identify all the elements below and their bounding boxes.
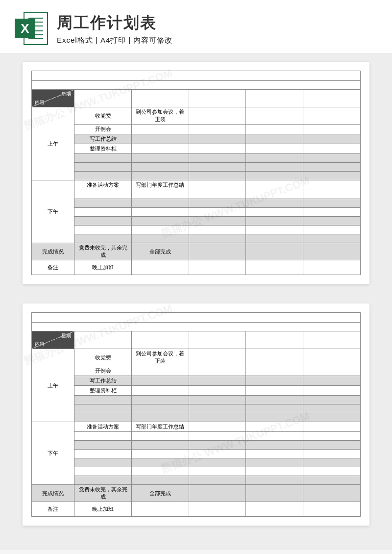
table-title: 周工作计划表 — [32, 71, 361, 81]
table-cell: 到公司参加会议，着正装 — [131, 349, 189, 366]
status-cell — [303, 485, 361, 502]
table-cell — [246, 450, 303, 458]
document-area: 熊猫办公 WWW.TUKUPPT.COM 熊猫办公 WWW.TUKUPPT.CO… — [0, 53, 392, 550]
table-cell — [189, 366, 246, 376]
table-cell: 开例会 — [74, 366, 132, 376]
table-cell — [131, 208, 189, 217]
table-cell — [303, 172, 361, 180]
table-cell — [189, 107, 246, 125]
table-cell: 写工作总结 — [74, 376, 132, 386]
table-cell — [303, 163, 361, 172]
table-cell — [246, 467, 303, 476]
table-cell — [303, 180, 361, 190]
status-cell: 党费未收完，其余完成 — [74, 243, 132, 260]
table-cell: 到公司参加会议，着正装 — [131, 107, 189, 125]
table-cell — [303, 125, 361, 134]
table-cell — [189, 413, 246, 422]
table-cell — [189, 199, 246, 208]
table-cell: 整理资料柜 — [74, 386, 132, 396]
section-label-morning: 上午 — [32, 349, 74, 422]
table-cell — [74, 226, 132, 234]
table-cell — [131, 217, 189, 226]
table-cell: 准备活动方案 — [74, 422, 132, 432]
table-cell: 开例会 — [74, 125, 132, 134]
table-cell — [246, 217, 303, 226]
table-title: 周工作计划表 — [32, 313, 361, 323]
page-header: X 周工作计划表 Excel格式 | A4打印 | 内容可修改 — [0, 0, 392, 53]
day-header: 星期四 — [246, 90, 303, 107]
section-label-afternoon: 下午 — [32, 422, 74, 485]
table-cell — [131, 386, 189, 396]
table-cell — [303, 376, 361, 386]
section-label-afternoon: 下午 — [32, 180, 74, 243]
table-cell — [303, 450, 361, 458]
table-cell — [303, 234, 361, 243]
table-cell — [131, 199, 189, 208]
table-cell — [303, 134, 361, 144]
plan-table: 周工作计划表星期内容星期一星期二星期三星期四星期五上午收党费到公司参加会议，着正… — [31, 71, 361, 275]
table-cell — [246, 208, 303, 217]
remarks-cell — [303, 502, 361, 517]
table-cell — [189, 144, 246, 154]
table-cell — [131, 476, 189, 485]
remarks-label: 备注 — [32, 502, 74, 517]
table-cell — [74, 458, 132, 467]
table-cell — [246, 432, 303, 441]
table-cell — [303, 144, 361, 154]
table-cell — [74, 163, 132, 172]
table-cell — [189, 404, 246, 413]
table-cell — [131, 413, 189, 422]
table-cell — [246, 226, 303, 234]
table-cell — [131, 154, 189, 163]
table-cell — [303, 154, 361, 163]
day-header: 星期三 — [189, 90, 246, 107]
table-cell — [246, 404, 303, 413]
table-cell — [246, 386, 303, 396]
table-cell — [74, 432, 132, 441]
table-cell — [246, 144, 303, 154]
remarks-cell: 晚上加班 — [74, 260, 132, 275]
table-cell — [74, 467, 132, 476]
table-cell: 整理资料柜 — [74, 144, 132, 154]
corner-cell: 星期内容 — [32, 331, 74, 349]
table-cell — [246, 441, 303, 450]
page-subtitle: Excel格式 | A4打印 | 内容可修改 — [57, 36, 173, 45]
table-cell — [74, 199, 132, 208]
day-header: 星期四 — [246, 331, 303, 349]
document-preview-1: 周工作计划表星期内容星期一星期二星期三星期四星期五上午收党费到公司参加会议，着正… — [23, 62, 369, 284]
status-cell — [189, 243, 246, 260]
table-cell: 准备活动方案 — [74, 180, 132, 190]
table-cell — [189, 125, 246, 134]
table-cell — [189, 458, 246, 467]
table-cell — [246, 134, 303, 144]
table-cell — [74, 190, 132, 199]
table-cell — [189, 441, 246, 450]
remarks-cell — [131, 502, 189, 517]
table-cell — [246, 154, 303, 163]
table-cell — [246, 199, 303, 208]
table-cell — [303, 476, 361, 485]
table-cell — [303, 386, 361, 396]
table-cell: 收党费 — [74, 349, 132, 366]
table-cell — [246, 190, 303, 199]
table-cell — [131, 163, 189, 172]
table-cell — [189, 172, 246, 180]
table-cell — [189, 163, 246, 172]
remarks-cell — [131, 260, 189, 275]
table-cell — [189, 476, 246, 485]
table-cell — [303, 413, 361, 422]
table-cell — [303, 441, 361, 450]
table-cell — [131, 467, 189, 476]
table-cell — [74, 154, 132, 163]
table-cell — [74, 404, 132, 413]
table-cell — [131, 226, 189, 234]
table-cell — [131, 366, 189, 376]
table-cell — [246, 163, 303, 172]
section-label-morning: 上午 — [32, 107, 74, 180]
excel-icon: X — [15, 12, 48, 45]
day-header: 星期二 — [131, 90, 189, 107]
status-label: 完成情况 — [32, 485, 74, 502]
table-cell — [131, 125, 189, 134]
table-cell — [189, 226, 246, 234]
table-cell — [246, 234, 303, 243]
